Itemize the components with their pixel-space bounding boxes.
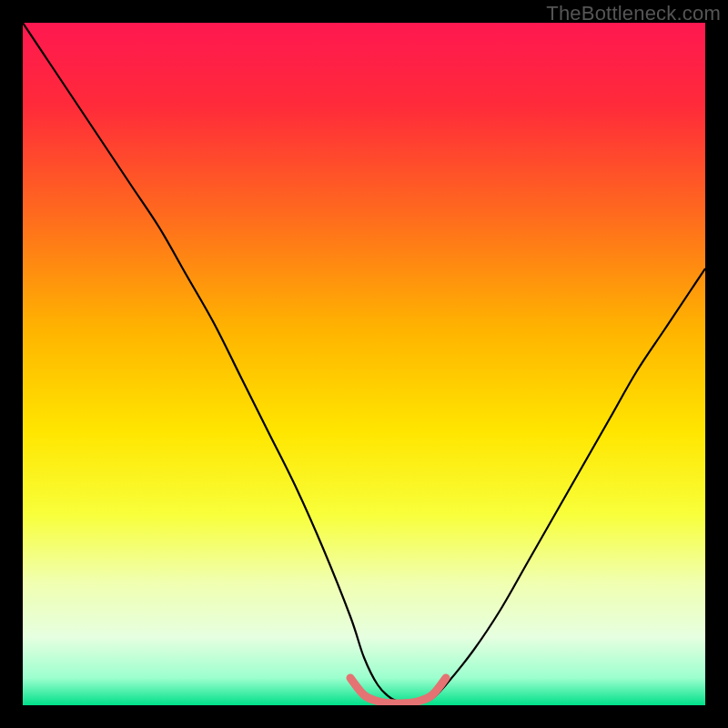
plot-area: [23, 23, 705, 705]
gradient-background: [23, 23, 705, 705]
chart-canvas: TheBottleneck.com: [0, 0, 728, 728]
plot-svg: [23, 23, 705, 705]
watermark-text: TheBottleneck.com: [546, 2, 721, 25]
